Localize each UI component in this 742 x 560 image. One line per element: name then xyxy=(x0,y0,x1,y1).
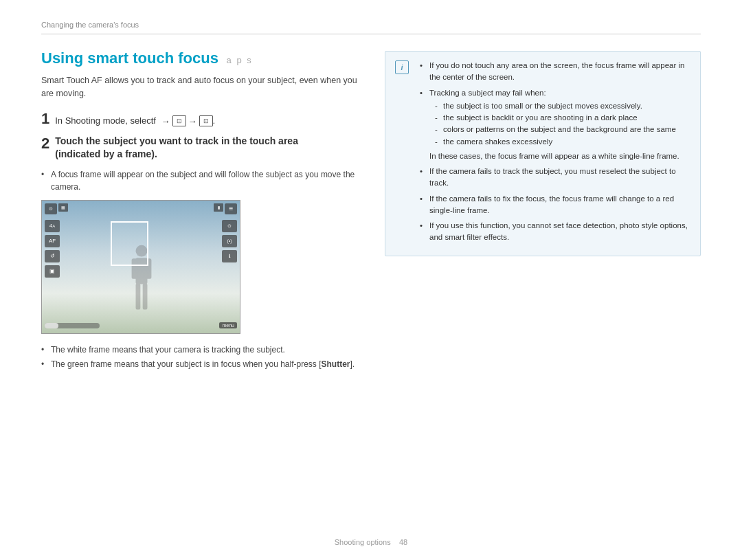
cam-mode-icon: ⊙ xyxy=(45,203,57,214)
left-column: Using smart touch focus a p s Smart Touc… xyxy=(41,49,364,528)
camera-screenshot: ⊙ ▦ ▮ ☰ 4A AF ↺ ▣ xyxy=(41,200,240,334)
cam-top-right-icons: ▮ ☰ xyxy=(214,203,237,214)
note-item-4: If the camera fails to fix the focus, th… xyxy=(420,193,690,217)
step-2-content: Touch the subject you want to track in t… xyxy=(55,135,298,166)
cam-left-icon-1: 4A xyxy=(45,220,60,232)
cam-right-icons: ⊙ (•) ℹ xyxy=(222,220,237,262)
step-2-number: 2 xyxy=(41,135,49,153)
step-2: 2 Touch the subject you want to track in… xyxy=(41,135,364,193)
bottom-bullet-1: The white frame means that your camera i… xyxy=(41,344,364,356)
breadcrumb: Changing the camera's focus xyxy=(41,19,701,34)
cam-top-left-icons: ⊙ ▦ xyxy=(45,203,68,214)
step-2-title: Touch the subject you want to track in t… xyxy=(55,135,298,148)
note-item-3: If the camera fails to track the subject… xyxy=(420,166,690,190)
step-2-bullet: A focus frame will appear on the subject… xyxy=(41,168,364,193)
step-2-subtitle: (indicated by a frame). xyxy=(55,148,298,161)
footer-text: Shooting options xyxy=(335,538,391,546)
cam-zoom-bar xyxy=(45,323,100,328)
right-column: i If you do not touch any area on the sc… xyxy=(385,49,701,528)
step-1: 1 In Shooting mode, selectf → ⊡ → ⊡ . xyxy=(41,110,364,128)
cam-top-bar: ⊙ ▦ ▮ ☰ xyxy=(42,201,240,217)
cam-signal-icon: ☰ xyxy=(225,203,237,214)
step-1-icons: → ⊡ → ⊡ xyxy=(160,115,213,126)
sub-item-4: the camera shakes excessively xyxy=(435,136,690,148)
fn-icon: ⊡ xyxy=(172,115,186,126)
cam-battery-icon: ▮ xyxy=(214,203,223,212)
step-1-number: 1 xyxy=(41,110,49,128)
note-content: If you do not touch any area on the scre… xyxy=(420,60,690,247)
tracking-note: In these cases, the focus frame will app… xyxy=(429,150,690,162)
section-title-row: Using smart touch focus a p s xyxy=(41,49,364,67)
arrow-1: → xyxy=(161,116,170,126)
note-list: If you do not touch any area on the scre… xyxy=(420,60,690,244)
tracking-sub-list: the subject is too small or the subject … xyxy=(429,100,690,148)
section-title-suffix: a p s xyxy=(227,55,253,65)
sub-item-2: the subject is backlit or you are shooti… xyxy=(435,112,690,124)
cam-right-icon-3: ℹ xyxy=(222,250,237,262)
cam-left-icon-2: AF xyxy=(45,235,60,247)
cam-left-icon-3: ↺ xyxy=(45,250,60,262)
cam-right-icon-1: ⊙ xyxy=(222,220,237,232)
note-item-1: If you do not touch any area on the scre… xyxy=(420,60,690,84)
page-footer: Shooting options 48 xyxy=(41,528,701,546)
svg-rect-5 xyxy=(143,283,148,309)
cam-menu-btn: menu xyxy=(219,322,237,328)
bottom-bullet-2: The green frame means that your subject … xyxy=(41,358,364,370)
arrow-2: → xyxy=(188,116,197,126)
page-wrapper: Changing the camera's focus Using smart … xyxy=(0,0,742,560)
breadcrumb-text: Changing the camera's focus xyxy=(41,21,139,29)
smart-touch-icon: ⊡ xyxy=(199,115,213,126)
section-title: Using smart touch focus xyxy=(41,49,218,67)
cam-sub-icon: ▦ xyxy=(58,203,68,212)
cam-zoom-fill xyxy=(45,323,58,328)
cam-left-icon-4: ▣ xyxy=(45,265,60,278)
sub-item-1: the subject is too small or the subject … xyxy=(435,100,690,112)
intro-text: Smart Touch AF allows you to track and a… xyxy=(41,74,364,100)
note-item-5: If you use this function, you cannot set… xyxy=(420,220,690,244)
shutter-label: Shutter xyxy=(322,359,350,369)
cam-right-icon-2: (•) xyxy=(222,235,237,247)
note-box-inner: i If you do not touch any area on the sc… xyxy=(395,60,690,247)
step-1-text: In Shooting mode, selectf → ⊡ → ⊡ . xyxy=(55,115,215,127)
svg-rect-4 xyxy=(136,283,141,309)
cam-left-icons: 4A AF ↺ ▣ xyxy=(45,220,60,278)
sub-item-3: colors or patterns on the subject and th… xyxy=(435,124,690,135)
footer-page: 48 xyxy=(399,538,407,546)
note-icon: i xyxy=(395,60,409,74)
note-item-2: Tracking a subject may fail when: the su… xyxy=(420,87,690,163)
cam-tracking-frame xyxy=(111,221,148,266)
note-box: i If you do not touch any area on the sc… xyxy=(385,51,701,256)
main-content: Using smart touch focus a p s Smart Touc… xyxy=(41,49,701,528)
cam-bottom-bar: menu xyxy=(42,318,240,333)
